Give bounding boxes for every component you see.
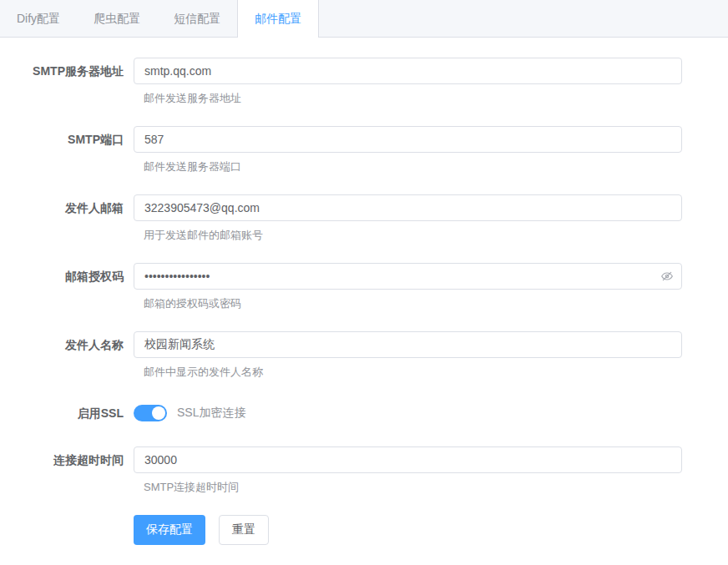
auth-code-label: 邮箱授权码: [0, 263, 134, 290]
config-tabs: Dify配置 爬虫配置 短信配置 邮件配置: [0, 0, 728, 38]
auth-code-helper: 邮箱的授权码或密码: [144, 296, 682, 311]
timeout-label: 连接超时时间: [0, 446, 134, 473]
smtp-host-label: SMTP服务器地址: [0, 58, 134, 84]
form-item-timeout: 连接超时时间 SMTP连接超时时间: [0, 446, 682, 495]
ssl-toggle-knob: [152, 406, 165, 420]
mail-config-form: SMTP服务器地址 邮件发送服务器地址 SMTP端口 邮件发送服务器端口: [0, 38, 682, 545]
form-item-auth-code: 邮箱授权码 邮箱的授权码或密码: [0, 263, 682, 311]
smtp-port-label: SMTP端口: [0, 126, 134, 153]
smtp-host-helper: 邮件发送服务器地址: [144, 91, 682, 106]
timeout-input[interactable]: [134, 446, 682, 473]
eye-off-icon[interactable]: [660, 269, 675, 284]
tab-mail-config[interactable]: 邮件配置: [237, 0, 319, 38]
sender-name-input[interactable]: [134, 331, 682, 358]
form-item-smtp-port: SMTP端口 邮件发送服务器端口: [0, 126, 682, 174]
form-item-sender-name: 发件人名称 邮件中显示的发件人名称: [0, 331, 682, 380]
ssl-switch-text: SSL加密连接: [177, 406, 245, 421]
timeout-helper: SMTP连接超时时间: [144, 480, 682, 495]
smtp-port-helper: 邮件发送服务器端口: [144, 159, 682, 174]
save-config-button[interactable]: 保存配置: [134, 515, 205, 545]
sender-email-input[interactable]: [134, 194, 682, 221]
smtp-host-input[interactable]: [134, 58, 682, 84]
tab-dify-config[interactable]: Dify配置: [0, 0, 77, 37]
sender-email-helper: 用于发送邮件的邮箱账号: [144, 228, 682, 243]
sender-name-helper: 邮件中显示的发件人名称: [144, 365, 682, 380]
sender-email-label: 发件人邮箱: [0, 194, 134, 221]
ssl-toggle[interactable]: [134, 405, 167, 421]
form-item-smtp-host: SMTP服务器地址 邮件发送服务器地址: [0, 58, 682, 106]
tab-sms-config[interactable]: 短信配置: [157, 0, 237, 37]
tab-crawler-config[interactable]: 爬虫配置: [77, 0, 157, 37]
sender-name-label: 发件人名称: [0, 331, 134, 358]
form-item-ssl: 启用SSL SSL加密连接: [0, 400, 682, 426]
mail-config-page: Dify配置 爬虫配置 短信配置 邮件配置 SMTP服务器地址 邮件发送服务器地…: [0, 0, 728, 565]
ssl-label: 启用SSL: [0, 400, 134, 426]
form-actions: 保存配置 重置: [134, 515, 682, 545]
smtp-port-input[interactable]: [134, 126, 682, 153]
auth-code-input[interactable]: [134, 263, 682, 290]
reset-button[interactable]: 重置: [219, 515, 269, 545]
form-item-sender-email: 发件人邮箱 用于发送邮件的邮箱账号: [0, 194, 682, 243]
